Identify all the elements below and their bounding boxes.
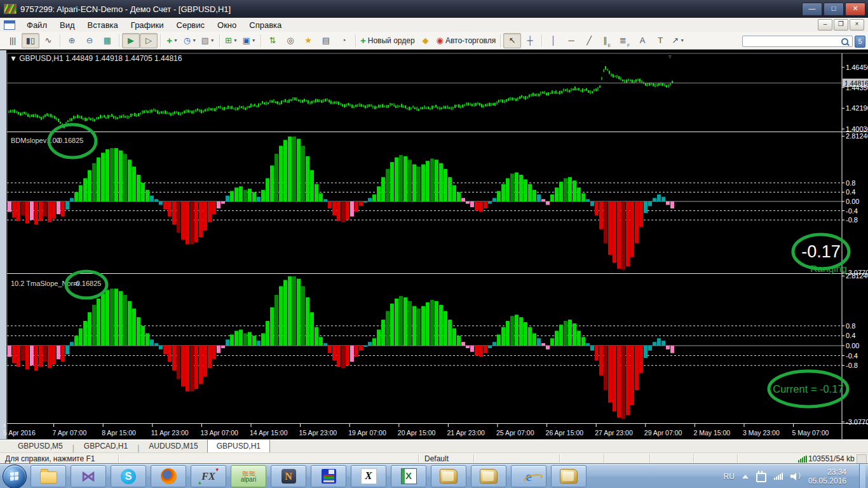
auto-scroll-button[interactable]: ▶: [122, 33, 140, 48]
price-bar: [71, 118, 72, 121]
language-indicator[interactable]: RU: [724, 472, 735, 481]
indicators-button-dropdown-icon[interactable]: ▼: [233, 38, 238, 43]
minimize-button[interactable]: —: [802, 3, 822, 16]
menu-Справка[interactable]: Справка: [243, 19, 288, 31]
taskbar-button-kmplayer[interactable]: ⋈: [71, 465, 106, 487]
taskbar-button-save-floppy[interactable]: [311, 465, 346, 487]
data-window-button[interactable]: ▤: [317, 33, 335, 48]
search-input[interactable]: [743, 37, 841, 45]
price-bar: [664, 84, 665, 86]
maximize-button[interactable]: □: [824, 3, 844, 16]
line-chart-button[interactable]: ∿: [39, 33, 57, 48]
search-icon[interactable]: [841, 38, 848, 45]
menu-Окно[interactable]: Окно: [211, 19, 243, 31]
favorites-button[interactable]: ★: [299, 33, 317, 48]
child-minimize-button[interactable]: –: [818, 19, 832, 30]
tab-GBPUSD,M5[interactable]: GBPUSD,M5: [9, 440, 72, 452]
windows-button-dropdown-icon[interactable]: ▼: [252, 38, 256, 43]
zoom-out-button[interactable]: ⊖: [81, 33, 98, 48]
tile-windows-button[interactable]: ▦: [98, 33, 116, 48]
taskbar-button-notepad-n[interactable]: N: [271, 465, 306, 487]
auto-trading-button[interactable]: ◉Авто-торговля: [435, 33, 498, 48]
equidistant-channel-button[interactable]: ∥E: [598, 33, 616, 48]
tab-AUDUSD,M15[interactable]: AUDUSD,M15: [140, 440, 207, 452]
arrows-button[interactable]: ↗▼: [669, 33, 687, 48]
indicator1-histogram-bar: [444, 169, 447, 201]
menu-Файл[interactable]: Файл: [20, 19, 53, 31]
start-button[interactable]: [3, 464, 27, 488]
indicators-button[interactable]: ⊞▼: [222, 33, 240, 48]
taskbar-button-skype[interactable]: S: [111, 465, 146, 487]
target-button[interactable]: ◎: [281, 33, 299, 48]
horizontal-line-button[interactable]: ─: [562, 33, 580, 48]
taskbar-button-firefox[interactable]: [151, 465, 186, 487]
taskbar-button-excel[interactable]: X: [391, 465, 426, 487]
close-button[interactable]: ✕: [845, 3, 865, 16]
expert-advisor-icon[interactable]: ◆: [417, 33, 435, 48]
candlestick-chart-button[interactable]: ▮▯: [22, 33, 39, 48]
volume-icon[interactable]: ): [790, 472, 801, 480]
new-chart-button-dropdown-icon[interactable]: ▼: [173, 38, 178, 43]
tray-clock[interactable]: 23:34 05.05.2016: [808, 468, 846, 485]
templates-button-icon: ▧: [201, 36, 208, 45]
templates-button-dropdown-icon[interactable]: ▼: [210, 38, 215, 43]
price-bar: [441, 107, 442, 109]
toolbar: |||▮▯∿⊕⊖▦▶▷+▼◷▼▧▼⊞▼▣▼⇅◎★▤◔+Новый ордер◆◉…: [0, 32, 868, 50]
taskbar-button-mt-docs-1[interactable]: [431, 465, 466, 487]
templates-button[interactable]: ▧▼: [199, 33, 217, 48]
fibonacci-button[interactable]: ≣F: [616, 33, 634, 48]
chart-window-icon[interactable]: [4, 20, 15, 30]
menu-Вид[interactable]: Вид: [53, 19, 81, 31]
crosshair-button[interactable]: ┼: [521, 33, 539, 48]
child-close-button[interactable]: ×: [850, 19, 864, 30]
zoom-out-button-icon: ⊖: [86, 36, 93, 45]
power-icon[interactable]: [756, 473, 766, 482]
profiles-button-dropdown-icon[interactable]: ▼: [192, 38, 196, 43]
trendline-button[interactable]: ╱: [580, 33, 598, 48]
mailbox-badge[interactable]: 5: [855, 36, 865, 48]
menu-Графики[interactable]: Графики: [125, 19, 170, 31]
new-chart-button[interactable]: +▼: [163, 33, 181, 48]
refresh-button[interactable]: ⇅: [264, 33, 281, 48]
price-bar: [349, 104, 351, 106]
menu-Вставка[interactable]: Вставка: [81, 19, 125, 31]
taskbar-button-x-app[interactable]: X: [351, 465, 386, 487]
cursor-button[interactable]: ↖: [503, 33, 521, 48]
taskbar-button-alpari[interactable]: ≋≋alpari: [231, 465, 266, 487]
new-order-button[interactable]: +Новый ордер: [358, 33, 417, 48]
price-bar: [207, 108, 208, 111]
price-bar: [319, 99, 320, 102]
status-profile[interactable]: Default: [424, 454, 449, 463]
indicator1-axis-label: 2.81246: [846, 132, 868, 140]
taskbar-button-internet-explorer[interactable]: e: [511, 465, 546, 487]
bars-chart-button[interactable]: |||: [4, 33, 22, 48]
taskbar-button-explorer[interactable]: [31, 465, 66, 487]
network-icon[interactable]: [774, 473, 783, 480]
chart-shift-button[interactable]: ▷: [140, 33, 158, 48]
indicator1-histogram-bar: [510, 173, 514, 201]
price-bar: [105, 116, 107, 119]
price-bar: [485, 104, 486, 107]
resize-grip[interactable]: [857, 454, 867, 464]
price-bar: [250, 104, 252, 107]
vertical-line-button[interactable]: │: [545, 33, 562, 48]
text-label-button[interactable]: T: [651, 33, 669, 48]
strategy-tester-button[interactable]: ◔: [335, 33, 353, 48]
windows-button[interactable]: ▣▼: [240, 33, 258, 48]
taskbar-button-fx-app[interactable]: FX▼▲: [191, 465, 226, 487]
tab-GBPUSD,H1[interactable]: GBPUSD,H1: [207, 439, 270, 453]
zoom-in-button[interactable]: ⊕: [63, 33, 81, 48]
tab-GBPCAD,H1[interactable]: GBPCAD,H1: [75, 440, 137, 452]
profiles-button[interactable]: ◷▼: [181, 33, 199, 48]
menu-Сервис[interactable]: Сервис: [170, 19, 212, 31]
search-box[interactable]: [742, 36, 853, 47]
child-restore-button[interactable]: ❒: [834, 19, 848, 30]
chart-area[interactable]: 1.44816▿1.464501.443501.421901.400302.81…: [0, 51, 868, 440]
show-desktop-button[interactable]: [859, 464, 865, 488]
taskbar-button-mt-docs-2[interactable]: [471, 465, 506, 487]
text-button[interactable]: A: [634, 33, 651, 48]
price-bar: [258, 104, 259, 107]
arrows-button-dropdown-icon[interactable]: ▼: [680, 38, 684, 43]
show-hidden-icons-button[interactable]: [742, 475, 749, 478]
taskbar-button-mt-docs-3[interactable]: [551, 465, 587, 487]
